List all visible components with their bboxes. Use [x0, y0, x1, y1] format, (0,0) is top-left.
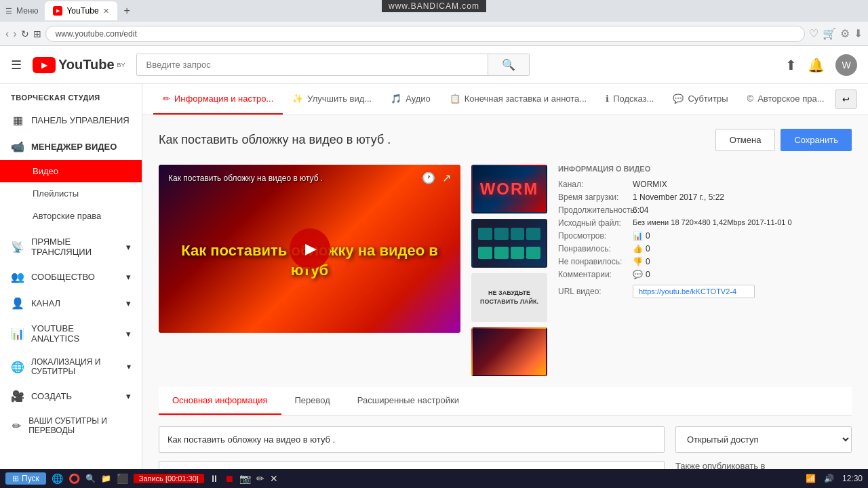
settings-icon[interactable]: ⚙: [840, 27, 850, 40]
sidebar-item-label: ВАШИ СУБТИТРЫ И ПЕРЕВОДЫ: [28, 416, 131, 435]
main-layout: ТВОРЧЕСКАЯ СТУДИЯ ▦ ПАНЕЛЬ УПРАВЛЕНИЯ 📹 …: [0, 84, 868, 469]
content-area: ✏ Информация и настро... ✨ Улучшить вид.…: [142, 84, 868, 469]
menu-hamburger-icon[interactable]: ☰: [11, 58, 22, 73]
new-tab-icon[interactable]: +: [124, 5, 130, 17]
browser-tab-active[interactable]: ▶ YouTube ✕: [45, 1, 117, 20]
sidebar-item-analytics[interactable]: 📊 YOUTUBE ANALYTICS ▾: [0, 317, 142, 350]
close-tab-icon[interactable]: ✕: [103, 7, 109, 16]
taskbar-files-icon[interactable]: 📁: [101, 474, 111, 483]
back-btn[interactable]: ‹: [5, 28, 9, 40]
live-icon: 📡: [11, 241, 24, 253]
tab-copyright-icon: ©: [747, 94, 754, 104]
chevron-down-icon: ▾: [127, 362, 131, 371]
start-icon: ⊞: [12, 474, 19, 483]
access-select[interactable]: Открытый доступ: [675, 426, 852, 453]
thumbnail-1[interactable]: WORM: [471, 165, 547, 214]
thumbnail-4[interactable]: [471, 327, 547, 376]
cancel-button[interactable]: Отмена: [715, 129, 776, 151]
taskbar-close-icon[interactable]: ✕: [270, 473, 278, 484]
back-to-list-btn[interactable]: ↩: [835, 89, 857, 109]
sidebar-item-manager[interactable]: 📹 МЕНЕДЖЕР ВИДЕО: [0, 134, 142, 160]
upload-icon[interactable]: ⬆: [785, 57, 797, 73]
sub-tab-translate[interactable]: Перевод: [281, 387, 344, 415]
address-bar[interactable]: www.youtube.com/edit: [45, 26, 805, 42]
sub-tab-label: Основная информация: [172, 395, 268, 405]
search-button[interactable]: 🔍: [488, 54, 529, 75]
subtitles-icon: ✏: [11, 420, 22, 432]
play-button[interactable]: ▶: [290, 228, 330, 269]
title-input[interactable]: [159, 426, 665, 453]
taskbar-pause-icon[interactable]: ⏸: [210, 473, 219, 484]
taskbar: ⊞ Пуск 🌐 ⭕ 🔍 📁 ⬛ Запись [00:01:30] ⏸ ⏹ 📷…: [0, 469, 868, 488]
thumbdown-icon: 👎: [633, 257, 643, 266]
thumbnail-3[interactable]: НЕ ЗАБУДЬТЕ ПОСТАВИТЬ ЛАЙК.: [471, 273, 547, 322]
video-player[interactable]: Как поставить обложку на видео в ютуб . …: [159, 165, 460, 333]
search-input[interactable]: [137, 54, 488, 75]
recording-badge[interactable]: Запись [00:01:30]: [134, 474, 204, 483]
info-row-views: Просмотров: 📊 0: [558, 231, 852, 241]
youtube-logo[interactable]: ▶ YouTube BY: [33, 57, 125, 73]
sidebar-item-video[interactable]: Видео: [0, 160, 142, 182]
taskbar-clock: 12:30: [842, 474, 863, 483]
taskbar-pen-icon[interactable]: ✏: [256, 473, 264, 484]
community-icon: 👥: [11, 270, 24, 283]
tab-improve[interactable]: ✨ Улучшить вид...: [283, 84, 381, 115]
chevron-down-icon: ▾: [126, 391, 131, 401]
sub-tab-basic[interactable]: Основная информация: [159, 387, 281, 415]
sub-tab-label: Расширенные настройки: [357, 395, 459, 405]
thumbnail-text: WORM: [480, 180, 539, 199]
browser-tab-bar: ☰ Меню ▶ YouTube ✕ + www.BANDICAM.com: [0, 0, 868, 22]
tab-hints[interactable]: ℹ Подсказ...: [596, 84, 663, 115]
sub-tab-advanced[interactable]: Расширенные настройки: [344, 387, 473, 415]
sidebar-item-copyright[interactable]: Авторские права: [0, 205, 142, 227]
avatar[interactable]: W: [835, 54, 857, 76]
start-button[interactable]: ⊞ Пуск: [5, 472, 46, 485]
thumbup-icon: 👍: [633, 244, 643, 253]
taskbar-opera-icon[interactable]: ⭕: [68, 473, 80, 484]
sidebar-item-live[interactable]: 📡 ПРЯМЫЕ ТРАНСЛЯЦИИ ▾: [0, 230, 142, 264]
notifications-icon[interactable]: 🔔: [808, 57, 825, 73]
tab-endscreen[interactable]: 📋 Конечная заставка и аннота...: [440, 84, 596, 115]
browser-tab-inactive[interactable]: ☰ Меню: [5, 6, 38, 16]
sidebar-item-channel[interactable]: 👤 КАНАЛ ▾: [0, 290, 142, 317]
taskbar-chrome-icon[interactable]: 🌐: [52, 473, 63, 484]
info-row-channel: Канал: WORMIX: [558, 180, 852, 189]
info-row-dislikes: Не понравилось: 👎 0: [558, 257, 852, 266]
tab-label: Субтитры: [688, 94, 728, 104]
analytics-icon: 📊: [11, 327, 24, 340]
video-center: ▶: [159, 165, 460, 333]
sidebar-item-label: СООБЩЕСТВО: [31, 272, 95, 282]
tab-star-icon: ✨: [292, 94, 303, 104]
refresh-btn[interactable]: ↻: [21, 28, 29, 39]
thumbnail-2[interactable]: [471, 219, 547, 268]
sidebar-item-subtitles[interactable]: ✏ ВАШИ СУБТИТРЫ И ПЕРЕВОДЫ: [0, 409, 142, 442]
save-button[interactable]: Сохранить: [781, 129, 852, 151]
sidebar-item-localization[interactable]: 🌐 ЛОКАЛИЗАЦИЯ И СУБТИТРЫ ▾: [0, 350, 142, 383]
sidebar-item-label: YOUTUBE ANALYTICS: [31, 323, 119, 344]
taskbar-search-icon[interactable]: 🔍: [85, 474, 96, 483]
forward-btn[interactable]: ›: [13, 28, 16, 40]
sidebar-item-panel[interactable]: ▦ ПАНЕЛЬ УПРАВЛЕНИЯ: [0, 107, 142, 134]
tab-copyright-tab[interactable]: © Авторское пра...: [738, 84, 834, 115]
sidebar-item-label: ПРЯМЫЕ ТРАНСЛЯЦИИ: [31, 237, 119, 257]
tab-audio[interactable]: 🎵 Аудио: [381, 84, 440, 115]
taskbar-camera-icon[interactable]: 📷: [239, 473, 251, 484]
taskbar-rec-icon[interactable]: ⬛: [117, 473, 128, 484]
grid-cell: [526, 247, 540, 259]
bookmark-icon[interactable]: ♡: [809, 27, 818, 40]
download-icon[interactable]: ⬇: [854, 27, 863, 40]
bandicam-watermark: www.BANDICAM.com: [382, 0, 486, 12]
url-input[interactable]: [633, 285, 755, 298]
sidebar-item-create[interactable]: 🎥 СОЗДАТЬ ▾: [0, 383, 142, 409]
tab-info[interactable]: ✏ Информация и настро...: [153, 84, 283, 115]
browser-tab-title: YouTube: [66, 6, 98, 16]
description-textarea[interactable]: [159, 461, 665, 469]
taskbar-stop-icon[interactable]: ⏹: [224, 473, 234, 484]
channel-icon: 👤: [11, 297, 24, 310]
sidebar-item-community[interactable]: 👥 СООБЩЕСТВО ▾: [0, 264, 142, 290]
sub-tab-bar: Основная информация Перевод Расширенные …: [159, 387, 852, 415]
sidebar-item-playlists[interactable]: Плейлисты: [0, 182, 142, 205]
tab-subtitles[interactable]: 💬 Субтитры: [663, 84, 737, 115]
apps-btn[interactable]: ⊞: [33, 28, 41, 39]
cart-icon[interactable]: 🛒: [823, 27, 836, 40]
